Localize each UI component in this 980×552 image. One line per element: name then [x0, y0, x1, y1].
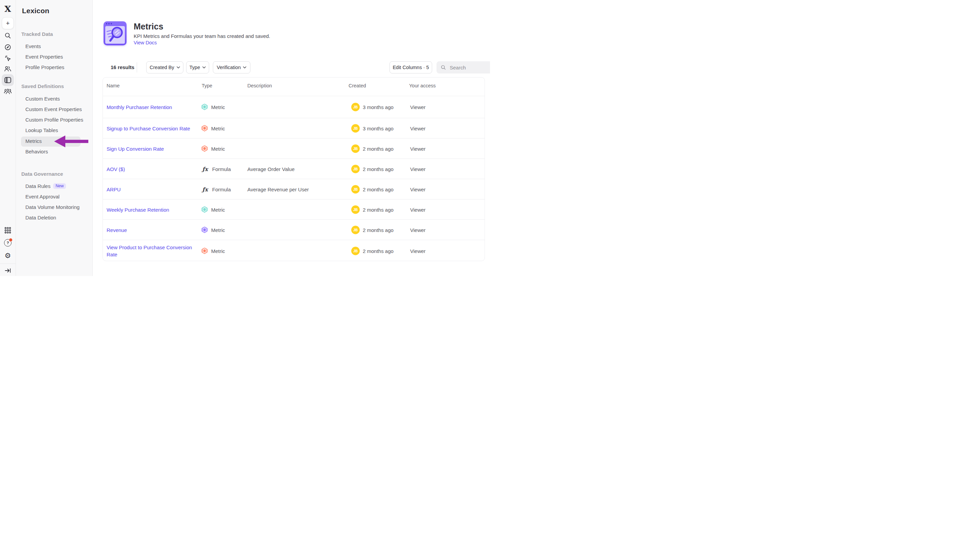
table-row[interactable]: Revenue Metric JB2 months ago Viewer — [103, 220, 485, 240]
results-count: 16 results — [111, 64, 134, 70]
sidebar-item-custom-profile-properties[interactable]: Custom Profile Properties — [25, 117, 83, 123]
page-title: Metrics — [134, 22, 164, 32]
chevron-down-icon — [202, 66, 206, 69]
magnifier-illustration — [103, 21, 127, 45]
avatar: JB — [351, 205, 360, 214]
sidebar-item-events[interactable]: Events — [25, 43, 41, 49]
metrics-table: Name Type Description Created Your acces… — [103, 77, 485, 261]
sidebar-item-data-volume-monitoring[interactable]: Data Volume Monitoring — [25, 204, 80, 210]
formula-icon: ƒx — [202, 186, 208, 192]
metric-icon — [202, 206, 207, 213]
icon-rail: X + — [0, 0, 16, 276]
edit-columns-button[interactable]: Edit Columns · 5 — [390, 61, 432, 73]
new-badge: New — [53, 183, 66, 189]
filter-type[interactable]: Type — [186, 61, 209, 73]
search-icon[interactable] — [5, 32, 11, 39]
mixpanel-logo-icon[interactable]: X — [5, 4, 11, 14]
create-plus-button[interactable]: + — [2, 17, 14, 29]
sidebar-item-data-rules[interactable]: Data Rules New — [25, 183, 66, 189]
settings-gear-icon[interactable]: ⚙ — [5, 252, 11, 259]
filter-created-by[interactable]: Created By — [146, 61, 183, 73]
sidebar-title: Lexicon — [22, 7, 49, 15]
avatar: JB — [351, 247, 360, 255]
apps-grid-icon[interactable] — [5, 227, 11, 234]
metric-name-link[interactable]: Revenue — [107, 226, 127, 233]
sidebar-item-custom-events[interactable]: Custom Events — [25, 96, 60, 102]
sidebar-item-metrics[interactable]: Metrics — [25, 138, 41, 144]
metric-name-link[interactable]: Sign Up Conversion Rate — [107, 145, 164, 152]
metric-name-link[interactable]: Monthly Purchaser Retention — [107, 103, 172, 110]
sidebar-item-event-approval[interactable]: Event Approval — [25, 194, 60, 199]
metric-name-link[interactable]: ARPU — [107, 185, 121, 193]
section-tracked-data: Tracked Data — [21, 31, 53, 37]
lexicon-sidebar: Lexicon Tracked Data Events Event Proper… — [16, 0, 93, 276]
col-name: Name — [107, 83, 120, 88]
table-row[interactable]: ARPU ƒxFormula Average Revenue per User … — [103, 179, 485, 199]
col-created: Created — [348, 83, 366, 88]
avatar: JB — [351, 164, 360, 173]
avatar: JB — [351, 225, 360, 234]
cohorts-group-icon[interactable] — [4, 88, 12, 95]
sidebar-item-custom-event-properties[interactable]: Custom Event Properties — [25, 106, 82, 112]
table-row[interactable]: Monthly Purchaser Retention Metric JB3 m… — [103, 96, 485, 118]
search-icon — [441, 65, 446, 70]
lexicon-panel-icon[interactable] — [5, 77, 11, 83]
toolbar-divider — [137, 62, 137, 72]
section-data-governance: Data Governance — [21, 171, 63, 177]
col-your-access: Your access — [409, 83, 436, 88]
col-type: Type — [202, 83, 212, 88]
formula-icon: ƒx — [202, 166, 208, 172]
avatar: JB — [351, 185, 360, 193]
table-header: Name Type Description Created Your acces… — [103, 78, 485, 96]
avatar: JB — [351, 103, 360, 111]
page-description: KPI Metrics and Formulas your team has c… — [134, 33, 270, 39]
sidebar-item-behaviors[interactable]: Behaviors — [25, 149, 48, 155]
sidebar-item-event-properties[interactable]: Event Properties — [25, 54, 63, 60]
metric-name-link[interactable]: Signup to Purchase Conversion Rate — [107, 124, 190, 132]
metric-name-link[interactable]: Weekly Purchase Retention — [107, 206, 169, 213]
filter-verification[interactable]: Verification — [213, 61, 250, 73]
lexicon-metrics-page: { "app": { "product": "Lexicon", "logo_l… — [0, 0, 490, 276]
events-cursor-icon[interactable] — [4, 54, 11, 62]
table-row[interactable]: View Product to Purchase Conversion Rate… — [103, 240, 485, 262]
rail-divider — [0, 263, 16, 264]
chevron-down-icon — [177, 66, 180, 69]
collapse-sidebar-icon[interactable] — [5, 268, 11, 274]
metric-icon — [202, 227, 207, 233]
table-row[interactable]: Sign Up Conversion Rate Metric JB2 month… — [103, 139, 485, 159]
help-icon[interactable]: ? — [4, 239, 11, 247]
search-box — [436, 61, 490, 73]
metric-icon — [202, 145, 207, 152]
table-row[interactable]: AOV ($) ƒxFormula Average Order Value JB… — [103, 159, 485, 179]
users-icon[interactable] — [4, 65, 12, 72]
sidebar-item-data-deletion[interactable]: Data Deletion — [25, 215, 56, 220]
sidebar-item-lookup-tables[interactable]: Lookup Tables — [25, 127, 58, 133]
search-input[interactable] — [449, 64, 488, 71]
sidebar-item-profile-properties[interactable]: Profile Properties — [25, 64, 64, 70]
metric-icon — [202, 247, 207, 254]
metric-name-link[interactable]: View Product to Purchase Conversion Rate — [107, 244, 199, 258]
table-row[interactable]: Signup to Purchase Conversion Rate Metri… — [103, 118, 485, 139]
chevron-down-icon — [243, 66, 247, 69]
notification-dot — [9, 238, 13, 242]
section-saved-definitions: Saved Definitions — [21, 83, 64, 89]
table-row[interactable]: Weekly Purchase Retention Metric JB2 mon… — [103, 199, 485, 220]
avatar: JB — [351, 144, 360, 153]
discover-compass-icon[interactable] — [5, 44, 11, 51]
metrics-page-icon — [103, 21, 127, 45]
col-description: Description — [247, 83, 272, 88]
main-content: Metrics KPI Metrics and Formulas your te… — [93, 0, 490, 276]
metric-icon — [202, 104, 207, 110]
view-docs-link[interactable]: View Docs — [134, 40, 157, 45]
metric-name-link[interactable]: AOV ($) — [107, 165, 125, 172]
avatar: JB — [351, 124, 360, 132]
metric-icon — [202, 125, 207, 131]
